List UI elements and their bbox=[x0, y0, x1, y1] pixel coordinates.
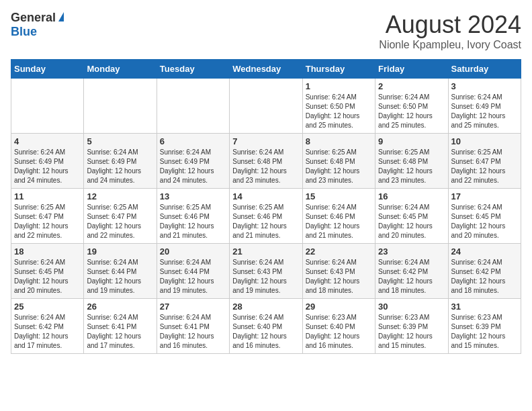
day-info: Sunrise: 6:25 AM Sunset: 6:48 PM Dayligh… bbox=[306, 148, 372, 185]
calendar-cell: 8Sunrise: 6:25 AM Sunset: 6:48 PM Daylig… bbox=[302, 134, 375, 189]
day-number: 3 bbox=[451, 81, 518, 91]
day-number: 21 bbox=[232, 246, 299, 257]
header-tuesday: Tuesday bbox=[157, 60, 229, 79]
calendar-cell bbox=[157, 79, 229, 134]
calendar-cell bbox=[84, 79, 157, 134]
day-number: 22 bbox=[306, 246, 372, 257]
calendar-cell: 2Sunrise: 6:24 AM Sunset: 6:50 PM Daylig… bbox=[375, 79, 448, 134]
calendar-cell: 5Sunrise: 6:24 AM Sunset: 6:49 PM Daylig… bbox=[84, 134, 157, 189]
day-number: 27 bbox=[160, 302, 226, 312]
day-info: Sunrise: 6:24 AM Sunset: 6:49 PM Dayligh… bbox=[14, 148, 81, 185]
calendar-cell: 16Sunrise: 6:24 AM Sunset: 6:45 PM Dayli… bbox=[375, 189, 448, 244]
day-number: 10 bbox=[451, 136, 518, 146]
day-number: 8 bbox=[306, 136, 372, 146]
day-number: 1 bbox=[306, 81, 372, 91]
calendar-cell: 23Sunrise: 6:24 AM Sunset: 6:42 PM Dayli… bbox=[375, 244, 448, 299]
calendar-cell: 19Sunrise: 6:24 AM Sunset: 6:44 PM Dayli… bbox=[84, 244, 157, 299]
day-info: Sunrise: 6:24 AM Sunset: 6:45 PM Dayligh… bbox=[378, 203, 445, 240]
header: General Blue August 2024 Nionle Kpampleu… bbox=[11, 11, 521, 51]
day-number: 17 bbox=[451, 191, 518, 201]
logo: General Blue bbox=[11, 11, 64, 39]
calendar-cell: 30Sunrise: 6:23 AM Sunset: 6:39 PM Dayli… bbox=[375, 299, 448, 354]
calendar-cell: 13Sunrise: 6:25 AM Sunset: 6:46 PM Dayli… bbox=[157, 189, 229, 244]
day-number: 25 bbox=[14, 302, 81, 312]
calendar-table: SundayMondayTuesdayWednesdayThursdayFrid… bbox=[11, 59, 521, 354]
day-info: Sunrise: 6:24 AM Sunset: 6:42 PM Dayligh… bbox=[451, 258, 518, 295]
day-info: Sunrise: 6:23 AM Sunset: 6:39 PM Dayligh… bbox=[451, 313, 518, 351]
day-info: Sunrise: 6:24 AM Sunset: 6:50 PM Dayligh… bbox=[378, 93, 445, 130]
calendar-cell: 31Sunrise: 6:23 AM Sunset: 6:39 PM Dayli… bbox=[448, 299, 521, 354]
calendar-cell: 15Sunrise: 6:24 AM Sunset: 6:46 PM Dayli… bbox=[302, 189, 375, 244]
day-info: Sunrise: 6:25 AM Sunset: 6:46 PM Dayligh… bbox=[232, 203, 299, 240]
day-info: Sunrise: 6:24 AM Sunset: 6:48 PM Dayligh… bbox=[232, 148, 299, 185]
calendar-week-row: 25Sunrise: 6:24 AM Sunset: 6:42 PM Dayli… bbox=[11, 299, 521, 354]
day-info: Sunrise: 6:24 AM Sunset: 6:42 PM Dayligh… bbox=[378, 258, 445, 295]
day-number: 16 bbox=[378, 191, 445, 201]
day-number: 23 bbox=[378, 246, 445, 257]
calendar-cell: 21Sunrise: 6:24 AM Sunset: 6:43 PM Dayli… bbox=[230, 244, 302, 299]
day-number: 24 bbox=[451, 246, 518, 257]
calendar-cell: 24Sunrise: 6:24 AM Sunset: 6:42 PM Dayli… bbox=[448, 244, 521, 299]
calendar-cell: 29Sunrise: 6:23 AM Sunset: 6:40 PM Dayli… bbox=[302, 299, 375, 354]
day-info: Sunrise: 6:24 AM Sunset: 6:49 PM Dayligh… bbox=[451, 93, 518, 130]
day-info: Sunrise: 6:24 AM Sunset: 6:40 PM Dayligh… bbox=[232, 313, 299, 351]
day-number: 28 bbox=[232, 302, 299, 312]
day-info: Sunrise: 6:24 AM Sunset: 6:46 PM Dayligh… bbox=[306, 203, 372, 240]
day-number: 14 bbox=[232, 191, 299, 201]
header-friday: Friday bbox=[375, 60, 448, 79]
day-info: Sunrise: 6:25 AM Sunset: 6:47 PM Dayligh… bbox=[87, 203, 153, 240]
day-number: 19 bbox=[87, 246, 153, 257]
day-number: 6 bbox=[160, 136, 226, 146]
calendar-cell: 10Sunrise: 6:25 AM Sunset: 6:47 PM Dayli… bbox=[448, 134, 521, 189]
header-wednesday: Wednesday bbox=[230, 60, 302, 79]
calendar-cell: 25Sunrise: 6:24 AM Sunset: 6:42 PM Dayli… bbox=[11, 299, 84, 354]
calendar-week-row: 18Sunrise: 6:24 AM Sunset: 6:45 PM Dayli… bbox=[11, 244, 521, 299]
day-number: 31 bbox=[451, 302, 518, 312]
day-info: Sunrise: 6:24 AM Sunset: 6:49 PM Dayligh… bbox=[87, 148, 153, 185]
day-info: Sunrise: 6:25 AM Sunset: 6:47 PM Dayligh… bbox=[14, 203, 81, 240]
day-info: Sunrise: 6:24 AM Sunset: 6:41 PM Dayligh… bbox=[160, 313, 226, 351]
calendar-cell: 12Sunrise: 6:25 AM Sunset: 6:47 PM Dayli… bbox=[84, 189, 157, 244]
day-info: Sunrise: 6:23 AM Sunset: 6:39 PM Dayligh… bbox=[378, 313, 445, 351]
calendar-cell: 26Sunrise: 6:24 AM Sunset: 6:41 PM Dayli… bbox=[84, 299, 157, 354]
location-title: Nionle Kpampleu, Ivory Coast bbox=[379, 39, 521, 51]
day-number: 11 bbox=[14, 191, 81, 201]
logo-general: General bbox=[11, 11, 56, 25]
calendar-cell: 7Sunrise: 6:24 AM Sunset: 6:48 PM Daylig… bbox=[230, 134, 302, 189]
day-number: 4 bbox=[14, 136, 81, 146]
day-info: Sunrise: 6:24 AM Sunset: 6:43 PM Dayligh… bbox=[306, 258, 372, 295]
day-number: 9 bbox=[378, 136, 445, 146]
day-number: 7 bbox=[232, 136, 299, 146]
calendar-cell: 20Sunrise: 6:24 AM Sunset: 6:44 PM Dayli… bbox=[157, 244, 229, 299]
day-info: Sunrise: 6:24 AM Sunset: 6:45 PM Dayligh… bbox=[14, 258, 81, 295]
day-number: 30 bbox=[378, 302, 445, 312]
day-info: Sunrise: 6:25 AM Sunset: 6:48 PM Dayligh… bbox=[378, 148, 445, 185]
day-number: 12 bbox=[87, 191, 153, 201]
calendar-cell bbox=[230, 79, 302, 134]
calendar-cell bbox=[11, 79, 84, 134]
day-info: Sunrise: 6:24 AM Sunset: 6:44 PM Dayligh… bbox=[87, 258, 153, 295]
day-info: Sunrise: 6:24 AM Sunset: 6:43 PM Dayligh… bbox=[232, 258, 299, 295]
month-title: August 2024 bbox=[379, 11, 521, 39]
day-info: Sunrise: 6:24 AM Sunset: 6:49 PM Dayligh… bbox=[160, 148, 226, 185]
logo-triangle-icon bbox=[58, 12, 64, 21]
day-number: 15 bbox=[306, 191, 372, 201]
day-info: Sunrise: 6:25 AM Sunset: 6:46 PM Dayligh… bbox=[160, 203, 226, 240]
day-number: 20 bbox=[160, 246, 226, 257]
calendar-cell: 27Sunrise: 6:24 AM Sunset: 6:41 PM Dayli… bbox=[157, 299, 229, 354]
calendar-cell: 22Sunrise: 6:24 AM Sunset: 6:43 PM Dayli… bbox=[302, 244, 375, 299]
header-saturday: Saturday bbox=[448, 60, 521, 79]
calendar-cell: 6Sunrise: 6:24 AM Sunset: 6:49 PM Daylig… bbox=[157, 134, 229, 189]
day-info: Sunrise: 6:24 AM Sunset: 6:44 PM Dayligh… bbox=[160, 258, 226, 295]
day-info: Sunrise: 6:24 AM Sunset: 6:41 PM Dayligh… bbox=[87, 313, 153, 351]
day-number: 26 bbox=[87, 302, 153, 312]
calendar-week-row: 11Sunrise: 6:25 AM Sunset: 6:47 PM Dayli… bbox=[11, 189, 521, 244]
header-monday: Monday bbox=[84, 60, 157, 79]
calendar-cell: 28Sunrise: 6:24 AM Sunset: 6:40 PM Dayli… bbox=[230, 299, 302, 354]
logo-blue: Blue bbox=[11, 25, 37, 39]
day-number: 2 bbox=[378, 81, 445, 91]
day-info: Sunrise: 6:24 AM Sunset: 6:42 PM Dayligh… bbox=[14, 313, 81, 351]
calendar-cell: 14Sunrise: 6:25 AM Sunset: 6:46 PM Dayli… bbox=[230, 189, 302, 244]
calendar-header-row: SundayMondayTuesdayWednesdayThursdayFrid… bbox=[11, 60, 521, 79]
day-number: 29 bbox=[306, 302, 372, 312]
